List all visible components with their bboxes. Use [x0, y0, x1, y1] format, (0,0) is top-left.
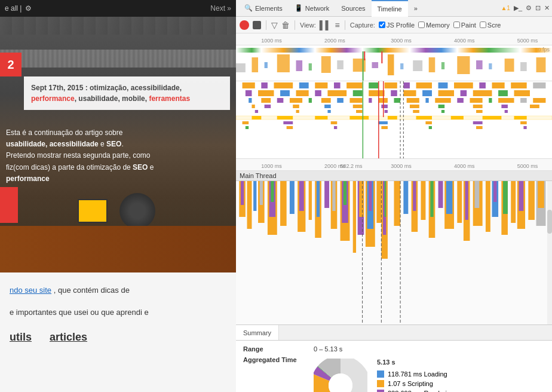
gear-icon[interactable]: ⚙ — [25, 4, 32, 13]
svg-rect-87 — [530, 105, 539, 108]
workshop-table — [0, 226, 236, 274]
svg-rect-69 — [425, 98, 428, 103]
summary-section: Summary Range 0 – 5.13 s Aggregated Time — [236, 324, 552, 392]
svg-rect-162 — [421, 181, 425, 220]
svg-rect-20 — [536, 57, 546, 72]
site-link[interactable]: ndo seu site — [10, 286, 51, 295]
left-top-bar: e all | ⚙ Next » — [0, 0, 236, 17]
post-body: Esta é a continuação do artigo sobre usa… — [6, 127, 230, 185]
scrollbar-thumb[interactable] — [547, 210, 552, 234]
next-label[interactable]: Next » — [210, 4, 231, 13]
legend-rendering: 238.698 ms Rendering — [377, 390, 454, 392]
fps-ruler-area: 1000 ms 2000 ms 3000 ms 4000 ms 5000 ms … — [236, 33, 552, 81]
tab-elements[interactable]: 🔍 Elements — [238, 0, 289, 17]
svg-rect-142 — [324, 181, 329, 208]
svg-rect-6 — [321, 56, 331, 73]
bottom-text1: ndo seu site , que contém dicas de — [10, 284, 226, 297]
svg-rect-136 — [290, 181, 295, 214]
svg-rect-18 — [505, 59, 514, 72]
post-date: Sept 17th, 2015 : otimização, acessibili… — [31, 82, 223, 104]
svg-rect-141 — [317, 181, 320, 217]
aggregated-content: 5.13 s 118.781 ms Loading 1.07 s Scripti… — [314, 359, 454, 392]
svg-rect-5 — [309, 63, 312, 71]
svg-rect-31 — [369, 82, 378, 88]
flame-chart-icon[interactable]: ≡ — [335, 20, 340, 30]
main-thread-svg — [236, 181, 552, 324]
body-bold4: performance — [6, 174, 50, 183]
svg-rect-109 — [331, 121, 338, 124]
body-bold1: usabilidade, acessibilidade — [6, 140, 99, 148]
legend-color-loading — [377, 370, 384, 378]
svg-rect-178 — [511, 181, 516, 223]
svg-rect-129 — [253, 181, 256, 211]
svg-rect-0 — [236, 63, 246, 72]
svg-rect-122 — [378, 81, 379, 159]
bar-chart-icon[interactable]: ▌▌ — [320, 20, 332, 30]
svg-rect-113 — [520, 121, 527, 124]
utils-link[interactable]: utils — [10, 331, 32, 344]
tick2-1000: 1000 ms — [261, 163, 282, 169]
svg-rect-111 — [425, 121, 432, 124]
svg-rect-177 — [503, 181, 508, 214]
svg-rect-74 — [498, 98, 514, 103]
range-label: Range — [243, 345, 309, 353]
workshop-shelf — [0, 17, 236, 35]
svg-rect-52 — [438, 90, 454, 96]
svg-rect-15 — [457, 56, 470, 74]
tab-timeline[interactable]: Timeline — [372, 0, 408, 17]
tab-more[interactable]: » — [408, 0, 424, 17]
svg-rect-161 — [413, 181, 416, 211]
summary-tab[interactable]: Summary — [236, 325, 279, 340]
toolbar-separator3 — [345, 20, 345, 30]
aggregated-row: Aggregated Time — [243, 356, 545, 392]
svg-rect-89 — [296, 110, 299, 113]
post-number-badge: 2 — [0, 53, 22, 76]
svg-rect-134 — [271, 181, 274, 202]
fps-chart — [236, 51, 552, 81]
svg-rect-78 — [265, 105, 271, 108]
scre-checkbox[interactable]: Scre — [480, 22, 501, 29]
pie-legend: 5.13 s 118.781 ms Loading 1.07 s Scripti… — [377, 359, 454, 392]
svg-rect-119 — [476, 126, 483, 129]
svg-rect-107 — [243, 121, 249, 124]
devtools-tabs: 🔍 Elements 📱 Network Sources Timeline » … — [236, 0, 552, 17]
toolbar-separator — [266, 20, 266, 30]
svg-rect-150 — [359, 181, 364, 217]
svg-rect-43 — [280, 90, 290, 96]
svg-rect-106 — [514, 116, 527, 120]
svg-rect-11 — [400, 63, 403, 69]
devtools-panel: 🔍 Elements 📱 Network Sources Timeline » … — [236, 0, 552, 392]
svg-rect-40 — [533, 82, 545, 88]
svg-rect-67 — [394, 98, 401, 103]
svg-rect-30 — [346, 82, 362, 88]
svg-rect-41 — [246, 90, 252, 96]
js-profile-checkbox[interactable]: JS Profile — [379, 22, 415, 29]
legend-label-rendering: 238.698 ms Rendering — [388, 390, 454, 392]
paint-checkbox[interactable]: Paint — [453, 22, 476, 29]
stop-button[interactable] — [253, 21, 261, 29]
terminal-icon[interactable]: ▶_ — [514, 4, 522, 12]
svg-rect-54 — [473, 90, 492, 96]
svg-rect-167 — [446, 181, 453, 214]
svg-rect-75 — [520, 98, 527, 103]
body-line2: Pretendo mostrar nesta segunda parte, co… — [6, 151, 150, 160]
articles-link[interactable]: articles — [50, 331, 87, 344]
svg-rect-70 — [435, 98, 450, 103]
svg-rect-153 — [369, 181, 372, 211]
memory-checkbox[interactable]: Memory — [418, 22, 450, 29]
pie-chart — [314, 359, 367, 392]
svg-rect-91 — [356, 110, 363, 113]
legend-label-loading: 118.781 ms Loading — [388, 370, 447, 378]
trash-icon[interactable]: 🗑 — [281, 20, 290, 30]
settings-icon[interactable]: ⚙ — [526, 4, 532, 12]
filter-icon[interactable]: ▽ — [271, 20, 278, 30]
tick-2000: 2000 ms — [324, 38, 345, 44]
svg-rect-81 — [353, 105, 363, 108]
tab-sources[interactable]: Sources — [335, 0, 371, 17]
svg-rect-8 — [353, 59, 366, 72]
record-button[interactable] — [240, 20, 249, 30]
svg-rect-12 — [413, 60, 422, 71]
tab-network[interactable]: 📱 Network — [289, 0, 335, 17]
dock-icon[interactable]: ⊡ — [535, 4, 541, 12]
close-icon[interactable]: ✕ — [544, 4, 550, 12]
